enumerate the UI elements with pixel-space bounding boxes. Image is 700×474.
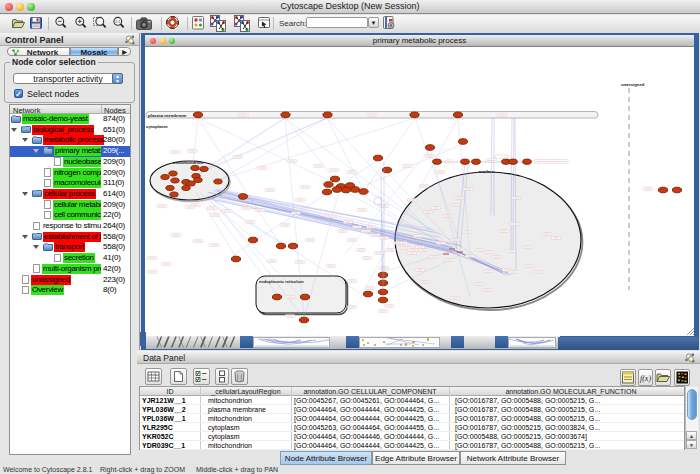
svg-text:nucleus: nucleus — [479, 169, 496, 174]
svg-text:f(x): f(x) — [640, 374, 651, 383]
svg-text:unassigned: unassigned — [621, 82, 645, 87]
svg-text:plasma membrane: plasma membrane — [148, 113, 187, 118]
svg-text:cytoplasm: cytoplasm — [146, 124, 168, 129]
svg-text:1:1: 1:1 — [115, 20, 120, 24]
svg-text:mitochondrion: mitochondrion — [173, 160, 204, 165]
